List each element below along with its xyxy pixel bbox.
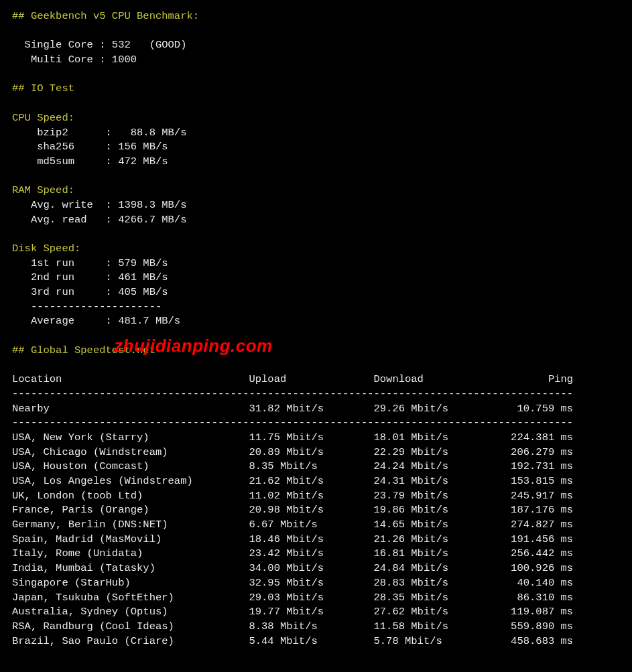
terminal-output: ## Geekbench v5 CPU Benchmark: Single Co… — [0, 0, 632, 665]
